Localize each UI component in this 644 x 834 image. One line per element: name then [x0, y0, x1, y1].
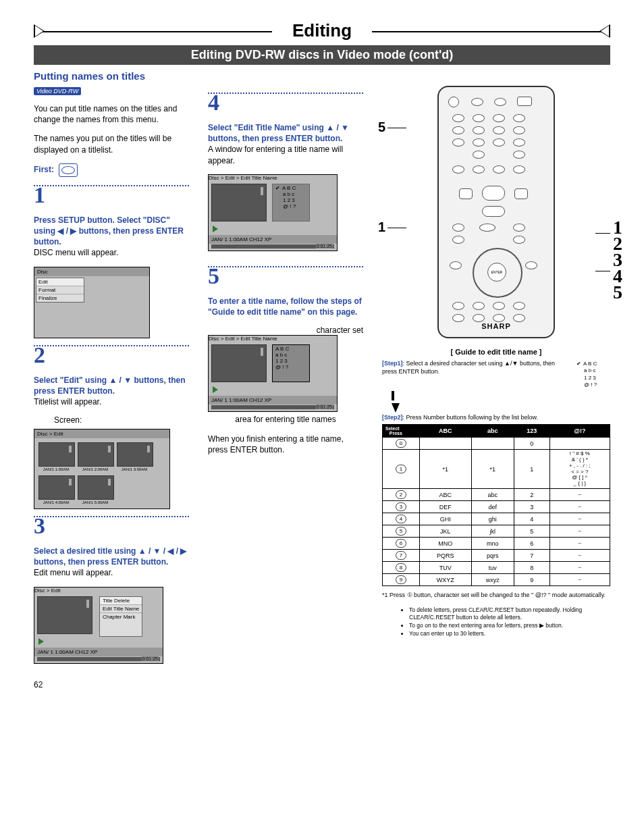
play-icon: [213, 386, 218, 393]
step5-number: 5: [208, 265, 363, 288]
guide-step2: [Step2]: Press Number buttons following …: [382, 414, 610, 422]
step3-head: Select a desired title using ▲ / ▼ / ◀ /…: [34, 546, 186, 567]
guide-step1: [Step1]: Select a desired character set …: [382, 360, 610, 413]
step4-head: Select "Edit Title Name" using ▲ / ▼ but…: [208, 123, 349, 143]
step1-number: 1: [34, 184, 189, 207]
step3-body: Edit menu will appear.: [34, 568, 113, 577]
setup-button: [479, 224, 495, 232]
play-icon: [213, 226, 218, 232]
step5-body2: When you finish entering a title name, p…: [208, 434, 363, 455]
character-table: Select Press ABC abc 123 @!? 001*1*11! "…: [382, 424, 610, 586]
page-banner: Editing: [34, 20, 610, 41]
play-button: [482, 186, 505, 201]
stop-button: [482, 206, 505, 217]
step1-body: DISC menu will appear.: [34, 248, 118, 257]
play-icon: [38, 638, 44, 645]
section-title: Putting names on titles: [34, 70, 610, 82]
intro-p2: The names you put on the titles will be …: [34, 133, 189, 155]
callout-1-left: 1: [378, 219, 385, 235]
step4-body: A window for entering a title name will …: [208, 145, 343, 165]
banner-title: Editing: [272, 20, 372, 41]
step2-number: 2: [34, 344, 189, 367]
step1-screen: Disc Edit Format Finalize: [34, 267, 150, 338]
dpad: ENTER: [473, 248, 520, 295]
step3-screen: Disc > Edit Title Delete Edit Title Name…: [34, 587, 163, 664]
open-close-button: [517, 97, 532, 106]
step3-number: 3: [34, 515, 189, 538]
disc-icon: [59, 163, 78, 177]
table-footnote: *1 Press ① button, character set will be…: [382, 592, 610, 600]
step5-screen: Disc > Edit > Edit Title Name A B C a b …: [208, 335, 338, 412]
step2-body: Titlelist will appear.: [34, 397, 101, 407]
sub-banner: Editing DVD-RW discs in Video mode (cont…: [34, 45, 610, 65]
step2-screen: Disc > Edit JAN/1 1:00AM JAN/1 2:00AM JA…: [34, 429, 170, 509]
step4-screen: Disc > Edit > Edit Title Name A B C a b …: [208, 174, 338, 251]
step5-head: To enter a title name, follow the steps …: [208, 296, 362, 317]
remote-diagram: ENTER SHARP 5 1 1 2 3 4 5: [382, 86, 610, 338]
brand-label: SHARP: [439, 322, 554, 330]
guide-title: [ Guide to edit title name ]: [382, 348, 610, 356]
callout-5: 5: [378, 120, 385, 135]
step2-head: Select "Edit" using ▲ / ▼ buttons, then …: [34, 375, 185, 396]
step1-head: Press SETUP button. Select "DISC" using …: [34, 215, 184, 246]
area-label: area for entering title names: [208, 415, 363, 424]
enter-button: ENTER: [487, 263, 506, 282]
screen-label: Screen:: [54, 415, 189, 425]
page-number: 62: [34, 680, 610, 689]
intro-p1: You can put title names on the titles an…: [34, 103, 189, 125]
step4-number: 4: [208, 91, 363, 114]
first-label: First:: [34, 165, 54, 174]
guide-notes: To delete letters, press CLEAR/C.RESET b…: [382, 606, 610, 637]
power-button: [448, 97, 459, 107]
charset-label: character set: [208, 325, 363, 335]
media-badge: Video DVD-RW: [34, 87, 81, 95]
